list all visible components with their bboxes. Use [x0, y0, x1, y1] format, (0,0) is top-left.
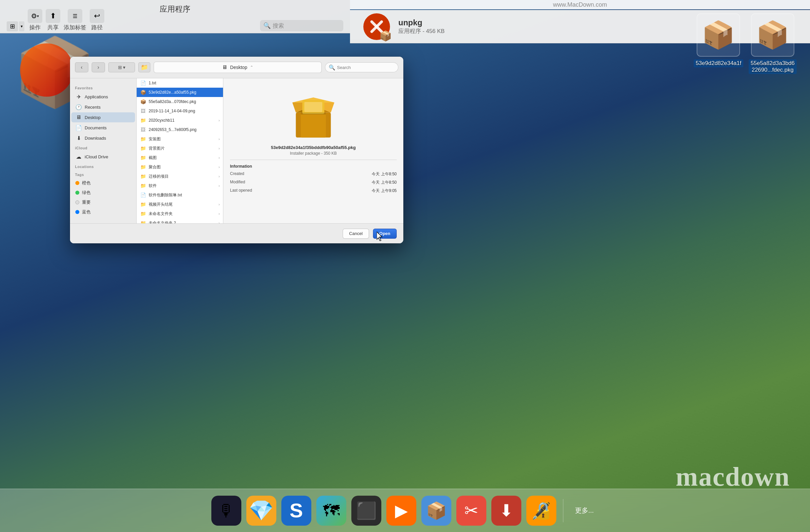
dock-item-app8[interactable]: ✂ — [456, 496, 486, 526]
file-item-qianyi[interactable]: 📁 迁移的项目 › — [137, 172, 223, 181]
downloads-icon: ⬇ — [75, 135, 82, 141]
desktop-icon-pkg2[interactable]: 📦 55e5a82d3a3bd622690...fdec.pkg — [749, 13, 797, 74]
sidebar-item-icloud-drive[interactable]: ☁ iCloud Drive — [71, 152, 135, 162]
img2-icon: 🖼 — [140, 127, 146, 132]
file-item-unnamed1[interactable]: 📁 未命名文件夹 › — [137, 209, 223, 218]
file-item-video[interactable]: 📁 视频开头结尾 › — [137, 200, 223, 209]
folder4-icon: 📁 — [140, 155, 146, 160]
icloud-drive-icon: ☁ — [75, 153, 82, 160]
modified-value: 今天 上午8:50 — [372, 180, 397, 186]
view-dropdown[interactable]: ▾ — [19, 21, 24, 31]
new-folder-button[interactable]: 📁 — [138, 62, 150, 72]
created-value: 今天 上午8:50 — [372, 171, 397, 177]
last-opened-row: Last opened 今天 上午9:05 — [230, 188, 397, 194]
dock-item-app9[interactable]: ⬇ — [491, 496, 521, 526]
file-item-juhe[interactable]: 📁 聚合图 › — [137, 162, 223, 172]
sidebar-item-tag-orange[interactable]: 橙色 — [71, 178, 135, 188]
finder-search[interactable]: 🔍 搜索 — [260, 20, 343, 31]
file-item-txt2[interactable]: 📄 软件包删除陈琳.txt — [137, 190, 223, 200]
dock-divider — [563, 499, 563, 522]
location-selector[interactable]: 🖥 Desktop ⌃ — [154, 62, 322, 73]
sidebar-item-documents[interactable]: 📄 Documents — [71, 123, 135, 133]
chevron-icon: › — [219, 203, 220, 206]
app-name: unpkg — [398, 18, 445, 27]
back-button[interactable]: ‹ — [75, 62, 88, 72]
file-item-pkg1[interactable]: 📦 53e9d2d82e...a50af55.pkg — [137, 88, 223, 97]
cancel-button[interactable]: Cancel — [343, 229, 369, 239]
forward-button[interactable]: › — [92, 62, 105, 72]
file-item-jietu[interactable]: 📁 截图 › — [137, 153, 223, 162]
preview-icon — [287, 88, 340, 142]
folder2-icon: 📁 — [140, 136, 146, 142]
important-tag-dot — [75, 200, 79, 204]
dock-item-app5[interactable]: ⬛ — [351, 496, 381, 526]
dock-item-maps[interactable]: 🗺 — [316, 496, 346, 526]
sidebar-item-downloads[interactable]: ⬇ Downloads — [71, 133, 135, 143]
open-button[interactable]: Open — [373, 229, 397, 239]
search-input[interactable] — [337, 65, 395, 70]
file-item-ruanjian[interactable]: 📁 软件 › — [137, 181, 223, 190]
finder-window-title: 应用程序 — [0, 4, 350, 14]
sidebar-item-desktop[interactable]: 🖥 Desktop — [71, 112, 135, 122]
recents-icon: 🕐 — [75, 104, 82, 110]
file-item-anzhuangtu[interactable]: 📁 安装图 › — [137, 134, 223, 144]
macdown-watermark: macdown — [676, 462, 790, 492]
green-tag-dot — [75, 191, 79, 195]
search-placeholder: 搜索 — [273, 22, 284, 30]
view-toggle[interactable]: ⊞ ▾ — [7, 21, 24, 31]
sidebar-item-tag-green[interactable]: 绿色 — [71, 188, 135, 197]
preview-pane: 53e9d2d82e34a1f35bdddfb90a50af55.pkg Ins… — [223, 78, 403, 223]
open-file-dialog: ‹ › ⊞ ▾ 📁 🖥 Desktop ⌃ 🔍 Favorites ✈ Appl… — [70, 57, 403, 243]
last-opened-label: Last opened — [230, 188, 252, 194]
view-mode-button[interactable]: ⊞ ▾ — [108, 62, 135, 72]
file-item-folder1[interactable]: 📁 2020cyxchb11 › — [137, 116, 223, 125]
created-label: Created — [230, 171, 244, 177]
file-item-unnamed2[interactable]: 📁 未命名文件夹 2 › — [137, 218, 223, 223]
locations-title: Locations — [70, 162, 136, 170]
unpkg-icon: 📦 — [363, 13, 390, 40]
file-list: 📄 1.txt 📦 53e9d2d82e...a50af55.pkg 📦 55e… — [137, 78, 223, 223]
file-item-png1[interactable]: 🖼 2019-11-14_14-04-09.png — [137, 106, 223, 116]
dock-item-wps[interactable]: S — [281, 496, 311, 526]
dock-item-codesigner[interactable]: 🔏 — [526, 496, 556, 526]
dock-item-more[interactable]: 更多... — [570, 506, 599, 515]
sidebar-item-tag-blue[interactable]: 蓝色 — [71, 207, 135, 217]
website-header: www.MacDown.com — [350, 0, 810, 9]
file-item-1txt[interactable]: 📄 1.txt — [137, 78, 223, 88]
chevron-icon: › — [219, 165, 220, 169]
modified-row: Modified 今天 上午8:50 — [230, 180, 397, 186]
sidebar-item-applications[interactable]: ✈ Applications — [71, 92, 135, 102]
dock-item-app6[interactable]: ▶ — [386, 496, 416, 526]
grid-view-btn[interactable]: ⊞ — [7, 21, 18, 31]
folder9-icon: 📁 — [140, 211, 146, 216]
sidebar-item-tag-important[interactable]: 重要 — [71, 198, 135, 207]
pkg2-desktop-icon-img: 📦 — [751, 13, 794, 57]
file-item-png2[interactable]: 🖼 24092653_5...7e800f5.png — [137, 125, 223, 134]
finder-toolbar: 应用程序 ⊞ ▾ ⚙▾ 操作 ⬆ 共享 ☰ 添加标签 ↩ 路径 🔍 搜索 — [0, 0, 350, 33]
svg-rect-9 — [301, 113, 326, 115]
folder8-icon: 📁 — [140, 201, 146, 207]
sidebar: Favorites ✈ Applications 🕐 Recents 🖥 Des… — [70, 78, 137, 223]
txt2-icon: 📄 — [140, 192, 146, 198]
chevron-icon: › — [219, 184, 220, 188]
dock-item-sketch[interactable]: 💎 — [246, 496, 276, 526]
preview-filetype: Installer package - 350 KB — [290, 151, 337, 156]
folder1-icon: 📁 — [140, 118, 146, 123]
dock-item-siri[interactable]: 🎙 — [211, 496, 241, 526]
pkg1-desktop-icon-label: 53e9d2d82e34a1f — [694, 59, 743, 67]
desktop-icon-pkg1[interactable]: 📦 53e9d2d82e34a1f — [694, 13, 743, 67]
created-row: Created 今天 上午8:50 — [230, 171, 397, 177]
orange-tag-dot — [75, 181, 79, 185]
dock: 🎙 💎 S 🗺 ⬛ ▶ 📦 ✂ ⬇ 🔏 更多... — [0, 489, 810, 532]
chevron-icon: › — [219, 147, 220, 150]
dialog-buttons: Cancel Open — [70, 223, 403, 243]
applications-icon: ✈ — [75, 93, 82, 100]
file-item-beijing[interactable]: 📁 背景图片 › — [137, 144, 223, 153]
dialog-search-box[interactable]: 🔍 — [325, 62, 398, 72]
dock-item-unfolder[interactable]: 📦 — [421, 496, 451, 526]
search-icon: 🔍 — [329, 64, 335, 71]
file-item-pkg2[interactable]: 📦 55e5a82d3a...070fdec.pkg — [137, 97, 223, 106]
sidebar-item-recents[interactable]: 🕐 Recents — [71, 102, 135, 112]
favorites-title: Favorites — [70, 83, 136, 91]
blue-tag-dot — [75, 210, 79, 214]
